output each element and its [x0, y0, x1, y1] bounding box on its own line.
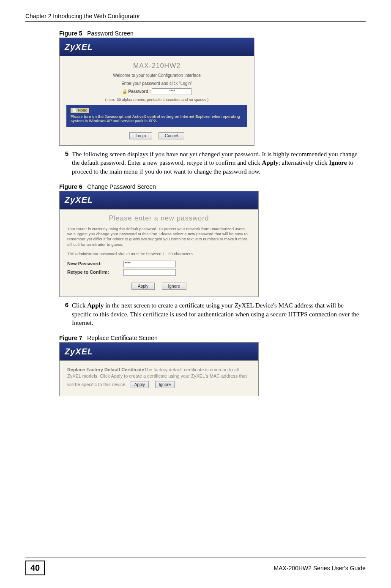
login-button[interactable]: Login: [129, 132, 152, 139]
chapter-header: Chapter 2 Introducing the Web Configurat…: [25, 13, 366, 22]
zyxel-header-bar-2: ZyXEL: [60, 191, 258, 210]
figure-7-caption: Figure 7 Replace Certificate Screen: [59, 335, 361, 341]
change-pw-blurb-2: The administrator password should must b…: [67, 251, 251, 256]
figure-7-screenshot: ZyXEL Replace Factory Default Certificat…: [59, 342, 259, 396]
cancel-button[interactable]: Cancel: [159, 132, 184, 139]
new-password-input[interactable]: ****: [123, 261, 176, 267]
apply-button[interactable]: Apply: [131, 283, 155, 290]
step-6-number: 6: [59, 301, 72, 327]
step-6: 6 Click Apply in the next screen to crea…: [59, 301, 361, 327]
step-6-text: Click Apply in the next screen to create…: [72, 301, 361, 327]
password-input[interactable]: ****: [152, 88, 191, 95]
zyxel-logo-3: ZyXEL: [65, 347, 93, 357]
figure-6-title: Change Password Screen: [87, 183, 156, 190]
figure-6-screenshot: ZyXEL Please enter a new password Your r…: [59, 191, 259, 297]
instruct-text: Enter your password and click "Login": [66, 81, 247, 86]
figure-5-screenshot: ZyXEL MAX-210HW2 Welcome to your router …: [59, 38, 254, 146]
ignore-button[interactable]: Ignore: [162, 283, 186, 290]
step-5-number: 5: [59, 150, 72, 176]
page-number: 40: [25, 561, 45, 575]
figure-5-title: Password Screen: [87, 30, 134, 37]
page-footer: 40 MAX-200HW2 Series User's Guide: [25, 558, 366, 575]
figure-7-title: Replace Certificate Screen: [87, 335, 158, 341]
zyxel-header-bar-3: ZyXEL: [60, 343, 258, 361]
note-box: 📄 Note: Please turn on the Javascript an…: [66, 105, 247, 127]
zyxel-logo-2: ZyXEL: [65, 195, 93, 205]
cert-ignore-button[interactable]: Ignore: [155, 381, 175, 389]
lock-icon: 🔒: [122, 89, 127, 94]
change-pw-blurb-1: Your router is currently using the defau…: [67, 226, 251, 247]
figure-6-label: Figure 6: [59, 183, 82, 190]
cert-apply-button[interactable]: Apply: [131, 381, 149, 389]
cert-bold: Replace Factory Default Certificate: [67, 367, 144, 372]
welcome-text: Welcome to your router Configuration Int…: [66, 73, 247, 78]
cert-body: Replace Factory Default CertificateThe f…: [60, 361, 258, 396]
guide-name: MAX-200HW2 Series User's Guide: [274, 565, 366, 572]
note-title: 📄 Note:: [71, 108, 89, 113]
figure-7-label: Figure 7: [59, 335, 82, 341]
retype-input[interactable]: [123, 269, 176, 276]
figure-5-caption: Figure 5 Password Screen: [59, 30, 361, 37]
password-hint: ( max. 30 alphanumeric, printable charac…: [66, 98, 247, 102]
retype-label: Retype to Confirm:: [67, 270, 122, 275]
figure-6-caption: Figure 6 Change Password Screen: [59, 183, 361, 190]
figure-5-label: Figure 5: [59, 30, 82, 37]
zyxel-logo: ZyXEL: [65, 42, 93, 52]
model-label: MAX-210HW2: [66, 62, 247, 70]
zyxel-header-bar: ZyXEL: [60, 38, 254, 56]
note-body: Please turn on the Javascript and Active…: [71, 114, 240, 123]
change-pw-subtitle: Please enter a new password: [67, 215, 251, 222]
step-5-text: The following screen displays if you hav…: [72, 150, 361, 176]
step-5: 5 The following screen displays if you h…: [59, 150, 361, 176]
password-label: Password :: [128, 89, 150, 94]
new-password-label: New Password:: [67, 261, 122, 266]
